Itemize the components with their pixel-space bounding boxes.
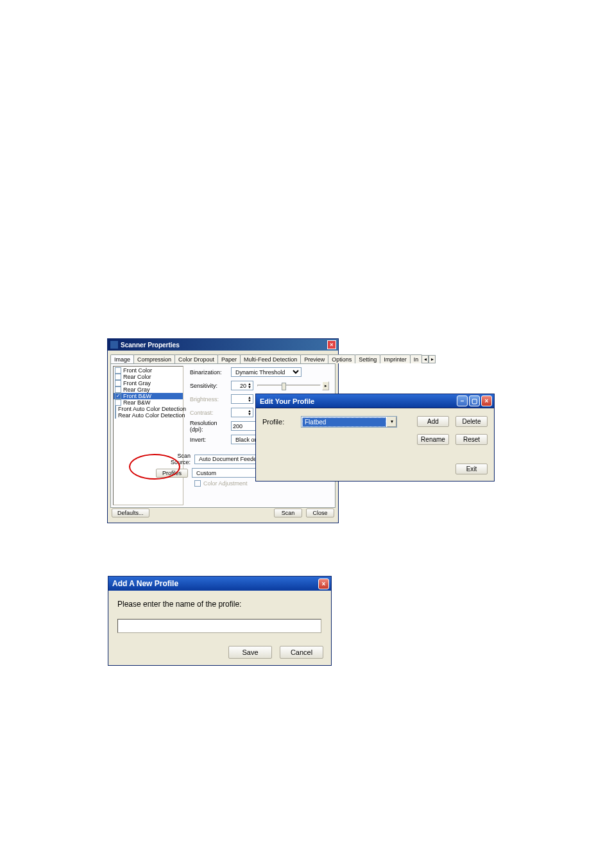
list-item-label[interactable]: Rear Auto Color Detection	[118, 412, 185, 419]
close-icon[interactable]: ×	[318, 578, 329, 589]
slider-end-icon[interactable]: ▸	[322, 381, 329, 390]
edit-body: Profile: Flatbed ▾ Add Delete Rename Res…	[256, 408, 494, 481]
list-item-label[interactable]: Front Color	[123, 367, 152, 374]
save-button[interactable]: Save	[228, 646, 272, 659]
sensitivity-spinner[interactable]: 20 ▲▼	[231, 381, 253, 390]
scan-button[interactable]: Scan	[274, 508, 302, 517]
list-item: Rear Color	[114, 374, 183, 380]
checkbox-icon[interactable]	[115, 412, 116, 419]
checkbox-icon[interactable]: ✓	[115, 393, 121, 399]
scanner-titlebar: Scanner Properties ×	[108, 339, 338, 351]
checkbox-icon[interactable]	[115, 399, 121, 406]
tab-options[interactable]: Options	[328, 354, 355, 363]
checkbox-icon[interactable]	[115, 386, 121, 393]
maximize-icon[interactable]: ▢	[469, 395, 480, 406]
profile-select[interactable]: Flatbed ▾	[301, 416, 397, 428]
close-icon[interactable]: ×	[327, 340, 336, 349]
list-item: Rear B&W	[114, 399, 183, 406]
list-item: Rear Gray	[114, 386, 183, 393]
exit-button[interactable]: Exit	[455, 464, 488, 474]
list-item-label[interactable]: Rear Gray	[123, 386, 150, 393]
list-item-label[interactable]: Rear B&W	[123, 399, 151, 406]
scan-source-label: Scan Source:	[156, 453, 194, 465]
app-icon	[110, 341, 118, 349]
rename-button[interactable]: Rename	[417, 434, 449, 445]
close-button[interactable]: Close	[306, 508, 334, 517]
list-item: Front Gray	[114, 380, 183, 386]
tab-imprinter[interactable]: Imprinter	[380, 354, 411, 363]
tab-scroll-right-icon[interactable]: ▸	[429, 355, 436, 363]
invert-label: Invert:	[190, 437, 231, 443]
edit-profile-window: Edit Your Profile – ▢ × Profile: Flatbed…	[255, 394, 495, 482]
list-item-label[interactable]: Rear Color	[123, 374, 151, 380]
profiles-button[interactable]: Profiles	[156, 469, 188, 478]
list-item: Front Color	[114, 367, 183, 374]
edit-title: Edit Your Profile	[260, 397, 314, 405]
chevron-down-icon[interactable]: ▾	[387, 417, 396, 427]
tab-compression[interactable]: Compression	[133, 354, 175, 363]
tab-scroll-left-icon[interactable]: ◂	[421, 355, 429, 363]
scanner-tabs: Image Compression Color Dropout Paper Mu…	[110, 353, 336, 363]
add-button[interactable]: Add	[417, 416, 449, 427]
profile-name-input[interactable]	[117, 619, 321, 633]
sensitivity-value: 20	[240, 383, 246, 389]
contrast-label: Contrast:	[190, 410, 231, 416]
spinner-buttons-icon: ▲▼	[248, 396, 251, 403]
scanner-title: Scanner Properties	[121, 342, 180, 349]
list-item: ✓Front B&W	[114, 393, 183, 399]
sensitivity-label: Sensitivity:	[190, 383, 231, 389]
checkbox-icon[interactable]	[194, 480, 201, 487]
spinner-buttons-icon[interactable]: ▲▼	[248, 383, 251, 389]
checkbox-icon[interactable]	[115, 406, 116, 412]
edit-titlebar: Edit Your Profile – ▢ ×	[256, 394, 494, 408]
profile-label: Profile:	[262, 418, 301, 426]
tab-multifeed[interactable]: Multi-Feed Detection	[240, 354, 301, 363]
color-adjustment-label: Color Adjustment	[203, 480, 248, 487]
defaults-button[interactable]: Defaults...	[112, 508, 149, 517]
cancel-button[interactable]: Cancel	[280, 646, 323, 659]
checkbox-icon[interactable]	[115, 380, 121, 386]
delete-button[interactable]: Delete	[455, 416, 488, 427]
add-profile-window: Add A New Profile × Please enter the nam…	[108, 576, 332, 666]
add-prompt: Please enter the name of the profile:	[117, 600, 322, 609]
reset-button[interactable]: Reset	[455, 434, 488, 445]
resolution-label: Resolution (dpi):	[190, 420, 231, 433]
contrast-spinner: ▲▼	[231, 408, 253, 417]
add-titlebar: Add A New Profile ×	[108, 577, 331, 591]
binarization-label: Binarization:	[190, 369, 231, 376]
list-item: Rear Auto Color Detection	[114, 412, 183, 419]
tab-image[interactable]: Image	[110, 354, 134, 363]
checkbox-icon[interactable]	[115, 367, 121, 374]
tab-paper[interactable]: Paper	[217, 354, 241, 363]
list-item-label[interactable]: Front B&W	[123, 393, 151, 399]
add-title: Add A New Profile	[112, 579, 178, 588]
add-body: Please enter the name of the profile: Sa…	[108, 591, 331, 665]
tab-preview[interactable]: Preview	[300, 354, 328, 363]
spinner-buttons-icon: ▲▼	[248, 410, 251, 416]
tab-color-dropout[interactable]: Color Dropout	[174, 354, 218, 363]
tab-in[interactable]: In	[410, 354, 423, 363]
list-item-label[interactable]: Front Auto Color Detection	[118, 406, 186, 412]
profile-select-value: Flatbed	[302, 417, 386, 427]
minimize-icon[interactable]: –	[457, 395, 468, 406]
brightness-spinner: ▲▼	[231, 394, 253, 404]
checkbox-icon[interactable]	[115, 374, 121, 380]
tab-setting[interactable]: Setting	[355, 354, 380, 363]
close-icon[interactable]: ×	[481, 395, 492, 406]
sensitivity-slider[interactable]: ▸	[257, 381, 329, 390]
binarization-select[interactable]: Dynamic Threshold	[231, 367, 302, 377]
list-item: Front Auto Color Detection	[114, 406, 183, 412]
list-item-label[interactable]: Front Gray	[123, 380, 151, 386]
brightness-label: Brightness:	[190, 396, 231, 403]
resolution-input[interactable]	[231, 421, 258, 431]
